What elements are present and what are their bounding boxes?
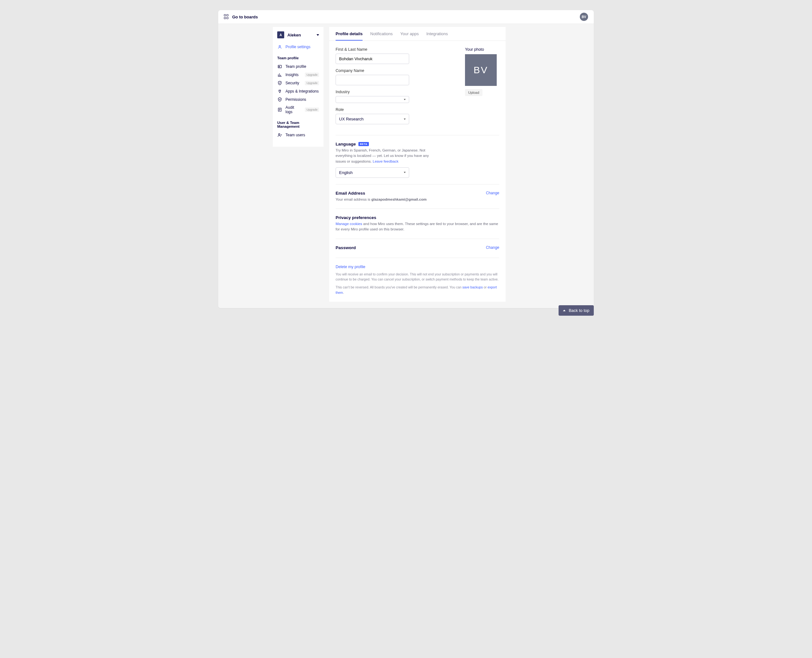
- email-address: glazapodmeshkami@gmail.com: [371, 197, 427, 201]
- role-select[interactable]: UX Research: [336, 114, 409, 124]
- upgrade-pill[interactable]: Upgrade: [305, 81, 319, 85]
- boards-grid-icon: [224, 14, 229, 19]
- topbar: Go to boards BV: [218, 10, 594, 24]
- user-icon: [277, 44, 282, 49]
- tab-profile-details[interactable]: Profile details: [336, 31, 363, 41]
- change-email-link[interactable]: Change: [486, 191, 499, 195]
- svg-rect-1: [278, 65, 282, 68]
- tab-integrations[interactable]: Integrations: [426, 31, 448, 41]
- save-backups-link[interactable]: save backups: [462, 285, 483, 289]
- upgrade-pill[interactable]: Upgrade: [305, 107, 319, 112]
- photo-placeholder: BV: [465, 54, 497, 86]
- user-avatar[interactable]: BV: [580, 13, 588, 21]
- bar-chart-icon: [277, 72, 282, 77]
- sidebar-heading-team: Team profile: [273, 51, 324, 63]
- sidebar-item-label: Insights: [286, 72, 302, 77]
- upgrade-pill[interactable]: Upgrade: [305, 72, 319, 77]
- tab-notifications[interactable]: Notifications: [370, 31, 393, 41]
- svg-point-2: [279, 66, 280, 67]
- chevron-down-icon: [404, 99, 406, 100]
- manage-cookies-link[interactable]: Manage cookies: [336, 222, 362, 226]
- chevron-down-icon: [404, 119, 406, 120]
- svg-point-4: [278, 133, 280, 135]
- back-to-top-label: Back to top: [569, 308, 589, 313]
- name-input[interactable]: [336, 53, 409, 64]
- svg-point-0: [279, 45, 281, 47]
- profile-card-icon: [277, 64, 282, 69]
- language-heading-text: Language: [336, 142, 356, 146]
- delete-text-1: You will receive an email to confirm you…: [336, 272, 499, 282]
- sidebar-item-insights[interactable]: Insights Upgrade: [273, 70, 324, 79]
- privacy-text: Manage cookies and how Miro uses them. T…: [336, 221, 499, 232]
- shield-check-icon: [277, 97, 282, 102]
- language-select[interactable]: English: [336, 168, 409, 178]
- main-panel: Profile details Notifications Your apps …: [329, 27, 506, 302]
- shield-icon: [277, 80, 282, 86]
- beta-badge: BETA: [358, 142, 369, 146]
- go-to-boards-label: Go to boards: [232, 14, 258, 19]
- tab-your-apps[interactable]: Your apps: [400, 31, 419, 41]
- role-label: Role: [336, 107, 452, 112]
- sidebar-item-permissions[interactable]: Permissions: [273, 96, 324, 103]
- leave-feedback-link[interactable]: Leave feedback: [373, 160, 398, 163]
- sidebar: A Aleken Profile settings Team profile T…: [273, 27, 324, 147]
- change-password-link[interactable]: Change: [486, 245, 499, 250]
- delete-profile-link[interactable]: Delete my profile: [336, 265, 365, 269]
- chevron-down-icon: [317, 34, 319, 36]
- sidebar-item-security[interactable]: Security Upgrade: [273, 79, 324, 87]
- go-to-boards-button[interactable]: Go to boards: [224, 14, 258, 19]
- photo-label: Your photo: [465, 47, 499, 52]
- team-badge: A: [277, 31, 284, 38]
- language-value: English: [339, 170, 353, 175]
- language-heading: Language BETA: [336, 142, 499, 146]
- sidebar-item-label: Audit logs: [286, 105, 302, 114]
- sidebar-heading-users: User & Team Management: [273, 116, 324, 131]
- company-field[interactable]: [339, 78, 406, 82]
- industry-label: Industry: [336, 90, 452, 94]
- name-label: First & Last Name: [336, 47, 452, 52]
- logs-icon: [277, 107, 282, 112]
- industry-select[interactable]: [336, 96, 409, 103]
- users-icon: [277, 133, 282, 138]
- chevron-down-icon: [404, 172, 406, 173]
- sidebar-item-label: Security: [286, 81, 302, 85]
- role-value: UX Research: [339, 117, 363, 121]
- sidebar-item-label: Team users: [286, 133, 319, 137]
- delete-text-2: This can't be reversed. All boards you'v…: [336, 285, 499, 295]
- password-heading: Password: [336, 245, 356, 250]
- company-input[interactable]: [336, 75, 409, 85]
- sidebar-item-label: Permissions: [286, 97, 319, 102]
- email-heading: Email Address: [336, 191, 427, 196]
- chevron-up-icon: [563, 310, 565, 311]
- sidebar-item-label: Apps & Integrations: [286, 89, 319, 94]
- team-switcher[interactable]: A Aleken: [273, 31, 324, 43]
- language-description: Try Miro in Spanish, French, German, or …: [336, 148, 431, 164]
- sidebar-item-label: Profile settings: [286, 45, 319, 49]
- sidebar-item-audit-logs[interactable]: Audit logs Upgrade: [273, 103, 324, 116]
- sidebar-item-apps[interactable]: Apps & Integrations: [273, 87, 324, 96]
- privacy-heading: Privacy preferences: [336, 215, 499, 220]
- sidebar-item-team-profile[interactable]: Team profile: [273, 63, 324, 70]
- tabs: Profile details Notifications Your apps …: [329, 27, 506, 41]
- name-field[interactable]: [339, 56, 406, 61]
- email-text: Your email address is glazapodmeshkami@g…: [336, 197, 427, 202]
- sidebar-item-profile-settings[interactable]: Profile settings: [273, 43, 324, 51]
- company-label: Company Name: [336, 69, 452, 73]
- team-name: Aleken: [287, 33, 313, 38]
- plug-icon: [277, 89, 282, 94]
- sidebar-item-label: Team profile: [286, 64, 319, 69]
- back-to-top-button[interactable]: Back to top: [559, 305, 594, 316]
- upload-button[interactable]: Upload: [465, 89, 482, 96]
- sidebar-item-team-users[interactable]: Team users: [273, 131, 324, 139]
